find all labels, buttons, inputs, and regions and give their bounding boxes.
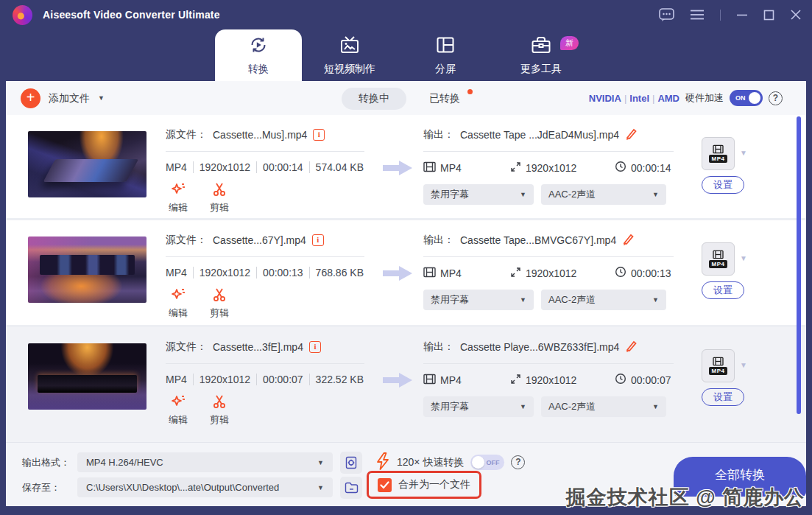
tab-more-tools-label: 更多工具 — [520, 63, 562, 76]
vertical-scrollbar[interactable] — [797, 116, 801, 414]
format-caret-icon[interactable]: ▼ — [740, 149, 747, 157]
subtitle-dropdown[interactable]: 禁用字幕▼ — [423, 290, 534, 310]
video-thumbnail[interactable] — [28, 237, 146, 303]
resolution-icon — [510, 267, 521, 280]
info-icon[interactable]: i — [312, 234, 324, 246]
close-icon[interactable] — [790, 9, 802, 21]
add-files-label[interactable]: 添加文件 — [49, 92, 90, 105]
output-format: MP4 — [440, 374, 462, 386]
convert-arrow-icon — [381, 370, 414, 393]
settings-button[interactable]: 设置 — [702, 281, 744, 299]
output-file-label: 输出： — [423, 128, 454, 141]
output-format: MP4 — [440, 162, 462, 174]
menu-hamburger-icon[interactable] — [690, 9, 705, 21]
subtitle-dropdown[interactable]: 禁用字幕▼ — [423, 184, 534, 205]
maximize-icon[interactable] — [763, 10, 774, 21]
settings-button[interactable]: 设置 — [702, 176, 744, 194]
speed-convert-label: 120× 快速转换 — [397, 456, 464, 469]
tab-mv-maker[interactable]: 短视频制作 — [302, 29, 398, 81]
titlebar-separator — [720, 10, 721, 21]
resolution-icon — [510, 374, 521, 387]
output-duration: 00:00:13 — [631, 267, 671, 279]
speed-help-icon[interactable]: ? — [511, 455, 525, 469]
source-file-name: Cassette...Mus].mp4 — [213, 129, 307, 141]
speed-toggle[interactable]: OFF — [470, 455, 504, 470]
video-thumbnail[interactable] — [28, 343, 146, 410]
convert-arrow-icon — [381, 263, 414, 287]
output-resolution: 1920x1012 — [526, 267, 576, 279]
edit-button[interactable]: 编辑 — [166, 394, 191, 427]
convert-arrow-icon — [381, 158, 414, 181]
output-format-dropdown[interactable]: MP4 H.264/HEVC▼ — [77, 452, 333, 472]
scissors-icon — [211, 394, 227, 411]
format-caret-icon[interactable]: ▼ — [740, 254, 747, 262]
tab-converting[interactable]: 转换中 — [342, 88, 406, 110]
output-format-button[interactable]: MP4 — [702, 242, 735, 276]
save-path-dropdown[interactable]: C:\Users\XU\Desktop\...ate\Output\Conver… — [77, 477, 333, 497]
edit-button[interactable]: 编辑 — [166, 287, 191, 320]
file-row: 源文件：Cassette...Mus].mp4i MP41920x101200:… — [6, 115, 806, 218]
source-file-name: Cassette...3fE].mp4 — [213, 341, 303, 353]
split-screen-icon — [435, 35, 456, 57]
open-folder-button[interactable] — [340, 477, 362, 499]
tab-convert[interactable]: 转换 — [215, 29, 302, 81]
tab-mv-maker-label: 短视频制作 — [324, 63, 375, 76]
rename-pencil-icon[interactable] — [622, 234, 634, 248]
hw-accel-toggle[interactable]: ON — [730, 90, 763, 106]
merge-highlight-box: 合并为一个文件 — [367, 471, 481, 499]
scissors-icon — [211, 182, 227, 199]
edit-button[interactable]: 编辑 — [166, 182, 191, 214]
merge-label[interactable]: 合并为一个文件 — [398, 478, 470, 491]
new-badge: 新 — [560, 36, 579, 50]
clip-button[interactable]: 剪辑 — [207, 287, 232, 320]
source-file-label: 源文件： — [166, 128, 207, 141]
add-files-caret-icon[interactable]: ▼ — [98, 94, 105, 102]
clock-icon — [615, 373, 626, 387]
app-title: Aiseesoft Video Converter Ultimate — [43, 9, 220, 21]
scissors-icon — [211, 287, 227, 304]
tab-converted[interactable]: 已转换 — [429, 92, 460, 105]
feedback-chat-icon[interactable] — [659, 8, 674, 22]
subtitle-dropdown[interactable]: 禁用字幕▼ — [423, 396, 534, 417]
audio-dropdown[interactable]: AAC-2声道▼ — [541, 396, 666, 417]
source-meta: MP41920x101200:00:07322.52 KB — [166, 374, 372, 385]
output-duration: 00:00:07 — [631, 374, 671, 386]
info-icon[interactable]: i — [309, 341, 321, 353]
output-format-button[interactable]: MP4 — [702, 137, 735, 170]
video-thumbnail[interactable] — [28, 131, 146, 197]
output-file-name: Cassette Tape...BMVGC67Y].mp4 — [460, 234, 616, 246]
file-row: 源文件：Cassette...67Y].mp4i MP41920x101200:… — [6, 220, 806, 325]
rename-pencil-icon[interactable] — [625, 128, 637, 142]
rename-pencil-icon[interactable] — [625, 340, 637, 354]
magic-edit-icon — [170, 182, 186, 199]
hw-accel-label: 硬件加速 — [685, 91, 724, 105]
format-caret-icon[interactable]: ▼ — [740, 361, 747, 369]
tv-media-icon — [339, 35, 360, 57]
output-file-name: Cassette Tape ...JdEaD4Mus].mp4 — [460, 129, 619, 141]
clip-button[interactable]: 剪辑 — [207, 394, 232, 427]
output-duration: 00:00:14 — [631, 162, 671, 174]
output-resolution: 1920x1012 — [526, 374, 576, 386]
main-panel: + 添加文件 ▼ 转换中 已转换 NVIDIA|Intel|AMD 硬件加速 O… — [6, 81, 806, 506]
add-files-button[interactable]: + — [21, 88, 40, 108]
output-format-button[interactable]: MP4 — [702, 349, 735, 382]
audio-dropdown[interactable]: AAC-2声道▼ — [541, 184, 666, 205]
clock-icon — [615, 266, 626, 280]
merge-checkbox[interactable] — [378, 478, 392, 492]
source-file-label: 源文件： — [166, 340, 207, 354]
clip-button[interactable]: 剪辑 — [207, 182, 232, 214]
tab-more-tools[interactable]: 更多工具 新 — [493, 29, 589, 81]
minimize-icon[interactable] — [736, 9, 748, 21]
source-file-label: 源文件： — [166, 234, 207, 247]
tab-split-screen[interactable]: 分屏 — [398, 29, 493, 81]
settings-button[interactable]: 设置 — [702, 388, 744, 406]
profile-settings-button[interactable] — [340, 452, 362, 474]
output-file-label: 输出： — [423, 234, 454, 247]
file-toolbar: + 添加文件 ▼ 转换中 已转换 NVIDIA|Intel|AMD 硬件加速 O… — [6, 81, 806, 115]
audio-dropdown[interactable]: AAC-2声道▼ — [541, 290, 666, 310]
help-icon[interactable]: ? — [769, 91, 783, 105]
magic-edit-icon — [170, 287, 186, 304]
info-icon[interactable]: i — [313, 129, 325, 141]
output-format: MP4 — [440, 267, 462, 279]
app-logo-icon — [13, 5, 32, 25]
